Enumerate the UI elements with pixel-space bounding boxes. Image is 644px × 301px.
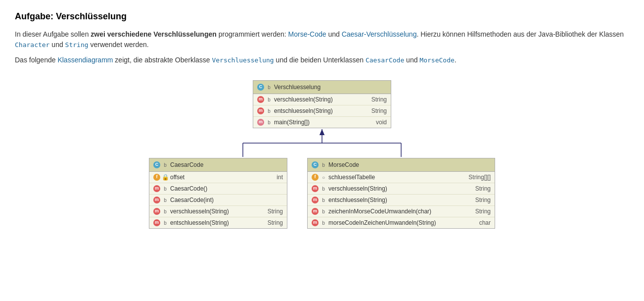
vis-icon-caesarcode: b xyxy=(162,162,168,168)
intro-paragraph-1: In dieser Aufgabe sollen zwei verschiede… xyxy=(15,29,629,50)
vis-icon: b xyxy=(321,220,326,226)
vis-icon: b xyxy=(162,197,168,203)
vis-icon: b xyxy=(162,220,168,226)
uml-row: m b verschluesseln(String) String xyxy=(149,206,287,217)
method-icon: m xyxy=(257,119,264,126)
uml-row: m b entschluesseln(String) String xyxy=(149,217,287,228)
method-icon: m xyxy=(312,219,319,226)
intro1-before: In dieser Aufgabe sollen xyxy=(15,30,91,38)
top-class-container: C b Verschluesselung m b verschluesseln(… xyxy=(253,80,391,128)
intro2-end: . xyxy=(455,56,457,64)
uml-row: m b entschluesseln(String) String xyxy=(253,105,391,117)
return-type: String xyxy=(371,95,387,104)
method-icon: m xyxy=(312,197,319,203)
uml-row: m b morseCodeInZeichenUmwandeln(String) … xyxy=(308,217,495,228)
uml-row: m b zeichenInMorseCodeUmwandeln(char) St… xyxy=(308,206,495,217)
intro2-before: Das folgende xyxy=(15,56,57,64)
uml-morsecode-body: f ○ schluesselTabelle String[][] m b ver… xyxy=(308,172,495,228)
method-name: entschluesseln(String) xyxy=(328,196,473,204)
method-name: entschluesseln(String) xyxy=(170,218,266,227)
method-name: main(String[]) xyxy=(274,118,374,127)
intro-paragraph-2: Das folgende Klassendiagramm zeigt, die … xyxy=(15,55,629,65)
page-title: Aufgabe: Verschlüsselung xyxy=(15,10,629,23)
uml-row: m b verschluesseln(String) String xyxy=(308,183,495,195)
intro2-after: und die beiden Unterklassen xyxy=(274,56,366,64)
arrowhead-right xyxy=(320,129,324,135)
return-type: char xyxy=(479,218,491,227)
method-name: CaesarCode(int) xyxy=(170,196,281,204)
uml-verschluesselung-name: Verschluesselung xyxy=(274,83,321,92)
vis-icon: b xyxy=(162,208,168,214)
uml-verschluesselung-header: C b Verschluesselung xyxy=(253,81,391,94)
method-icon: m xyxy=(312,185,319,192)
field-name-schluesseltabelle: schluesselTabelle xyxy=(328,173,466,182)
method-name: entschluesseln(String) xyxy=(274,106,369,115)
vis-icon: b xyxy=(321,208,326,214)
return-type: String xyxy=(475,207,491,216)
field-type-offset: int xyxy=(276,173,283,182)
intro1-after: . Hierzu können Hilfsmethoden aus der Ja… xyxy=(416,30,624,38)
vis-icon: b xyxy=(266,119,272,125)
field-name-offset: offset xyxy=(170,173,275,182)
uml-row-schluesseltabelle: f ○ schluesselTabelle String[][] xyxy=(308,172,495,183)
bottom-classes: C b CaesarCode f 🔒 offset int m b Caesar… xyxy=(149,158,495,229)
class-string: String xyxy=(65,41,89,49)
class-caesarcode-ref: CaesarCode xyxy=(366,56,404,64)
link-klassendiagramm[interactable]: Klassendiagramm xyxy=(57,56,113,64)
uml-row: m b verschluesseln(String) String xyxy=(253,94,391,105)
uml-caesarcode-body: f 🔒 offset int m b CaesarCode() m b Caes… xyxy=(149,172,287,228)
vis-icon: 🔒 xyxy=(162,174,168,180)
vis-icon: ○ xyxy=(321,174,326,180)
class-icon-verschluesselung: C xyxy=(257,84,264,91)
method-icon: m xyxy=(153,185,160,192)
class-icon-caesarcode: C xyxy=(153,161,160,168)
uml-row: m b CaesarCode() xyxy=(149,183,287,195)
method-name: morseCodeInZeichenUmwandeln(String) xyxy=(328,218,477,227)
method-name: verschluesseln(String) xyxy=(170,207,266,216)
field-icon: f xyxy=(312,174,319,181)
intro1-and2: und xyxy=(49,41,65,49)
vis-icon: b xyxy=(266,108,272,114)
method-icon: m xyxy=(153,208,160,215)
method-name: zeichenInMorseCodeUmwandeln(char) xyxy=(328,207,473,216)
return-type: String xyxy=(475,184,491,193)
uml-caesarcode: C b CaesarCode f 🔒 offset int m b Caesar… xyxy=(149,158,287,229)
class-morsecode-ref: MorseCode xyxy=(419,56,454,64)
uml-row: m b main(String[]) void xyxy=(253,117,391,128)
vis-icon: b xyxy=(321,197,326,203)
method-name: CaesarCode() xyxy=(170,184,281,193)
method-icon: m xyxy=(312,208,319,215)
uml-morsecode-name: MorseCode xyxy=(328,160,359,169)
method-name: verschluesseln(String) xyxy=(328,184,473,193)
vis-icon: b xyxy=(321,186,326,192)
return-type: String xyxy=(268,218,283,227)
uml-caesarcode-name: CaesarCode xyxy=(170,160,203,169)
uml-morsecode: C b MorseCode f ○ schluesselTabelle Stri… xyxy=(307,158,495,229)
intro1-middle: programmiert werden: xyxy=(217,30,288,38)
method-icon: m xyxy=(153,197,160,203)
return-type: void xyxy=(376,118,387,127)
uml-verschluesselung: C b Verschluesselung m b verschluesseln(… xyxy=(253,80,391,128)
class-icon-morsecode: C xyxy=(312,161,319,168)
uml-caesarcode-header: C b CaesarCode xyxy=(149,158,287,172)
field-icon: f xyxy=(153,174,160,181)
uml-morsecode-header: C b MorseCode xyxy=(308,158,495,172)
arrows-svg xyxy=(174,128,470,158)
method-name: verschluesseln(String) xyxy=(274,95,369,104)
intro2-middle: zeigt, die abstrakte Oberklasse xyxy=(113,56,212,64)
uml-row: m b entschluesseln(String) String xyxy=(308,195,495,206)
vis-icon: b xyxy=(266,97,272,102)
return-type: String xyxy=(475,196,491,204)
field-type-schluesseltabelle: String[][] xyxy=(468,173,491,182)
arrows-area xyxy=(174,128,470,158)
return-type: String xyxy=(268,207,283,216)
class-diagram: C b Verschluesselung m b verschluesseln(… xyxy=(15,80,629,229)
vis-icon-verschluesselung: b xyxy=(266,84,272,90)
intro2-and: und xyxy=(404,56,419,64)
link-caesar[interactable]: Caesar-Verschlüsselung xyxy=(342,30,417,38)
uml-row: m b CaesarCode(int) xyxy=(149,195,287,206)
vis-icon-morsecode: b xyxy=(321,162,326,168)
method-icon: m xyxy=(257,107,264,114)
intro1-end: verwendet werden. xyxy=(89,41,149,49)
link-morse-code[interactable]: Morse-Code xyxy=(288,30,326,38)
